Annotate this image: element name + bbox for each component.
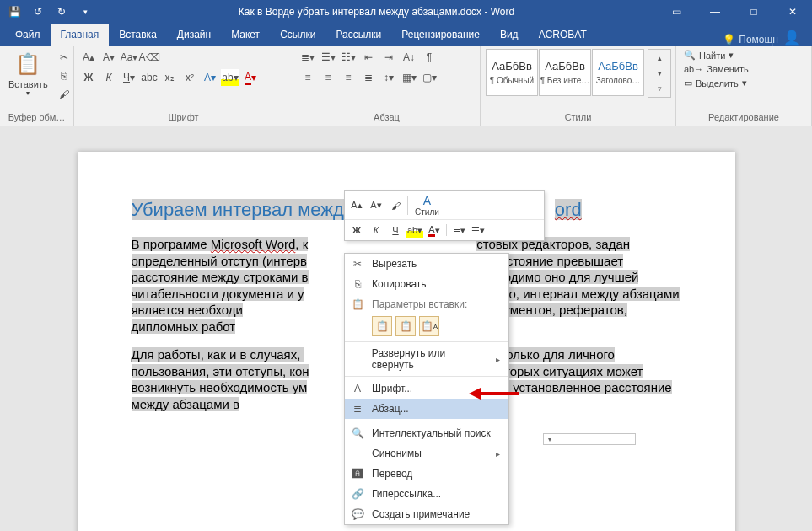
tell-me-search[interactable]: 💡 Помощн	[718, 34, 783, 46]
bold-button[interactable]: Ж	[79, 69, 98, 86]
mini-underline[interactable]: Ч	[387, 223, 404, 238]
ctx-expand-collapse[interactable]: Развернуть или свернуть	[345, 344, 508, 374]
tab-acrobat[interactable]: ACROBAT	[529, 24, 597, 46]
tab-design[interactable]: Дизайн	[167, 24, 221, 46]
undo-button[interactable]: ↺	[27, 1, 49, 23]
style-normal[interactable]: АаБбВв¶ Обычный	[486, 49, 538, 96]
italic-button[interactable]: К	[99, 69, 118, 86]
minimize-button[interactable]: —	[696, 0, 734, 24]
sort-button[interactable]: A↓	[400, 49, 418, 66]
ctx-cut[interactable]: ✂Вырезать	[345, 254, 508, 274]
tab-review[interactable]: Рецензирование	[391, 24, 490, 46]
strikethrough-button[interactable]: abc	[140, 69, 159, 86]
format-painter-button[interactable]: 🖌	[55, 86, 73, 103]
annotation-arrow	[469, 388, 519, 400]
quick-access-toolbar: 💾 ↺ ↻ ▾	[0, 1, 96, 23]
ctx-smart-lookup[interactable]: 🔍Интеллектуальный поиск	[345, 423, 508, 443]
group-clipboard: 📋 Вставить ▾ ✂ ⎘ 🖌 Буфер обм…	[0, 46, 74, 126]
tell-me-label: Помощн	[739, 34, 778, 46]
window-buttons: ▭ — □ ✕	[657, 0, 812, 24]
shrink-font-button[interactable]: A▾	[99, 49, 118, 66]
mini-bullets[interactable]: ≣▾	[450, 223, 467, 238]
mini-shrink-font[interactable]: A▾	[368, 198, 384, 213]
tab-file[interactable]: Файл	[5, 24, 51, 46]
paste-merge[interactable]: 📋	[395, 316, 416, 336]
ribbon: 📋 Вставить ▾ ✂ ⎘ 🖌 Буфер обм… A▴ A▾ Aa▾ …	[0, 46, 812, 126]
ctx-paragraph[interactable]: ≣Абзац...	[345, 399, 508, 419]
numbering-button[interactable]: ☰▾	[319, 49, 337, 66]
align-center-button[interactable]: ≡	[319, 69, 337, 86]
multilevel-button[interactable]: ☷▾	[339, 49, 358, 66]
redo-button[interactable]: ↻	[51, 1, 73, 23]
font-icon: A	[350, 382, 365, 395]
share-button[interactable]: 👤	[783, 30, 800, 46]
subscript-button[interactable]: x₂	[160, 69, 179, 86]
mini-font-color[interactable]: A▾	[426, 223, 443, 238]
tab-mailings[interactable]: Рассылки	[325, 24, 391, 46]
ctx-copy[interactable]: ⎘Копировать	[345, 274, 508, 294]
ctx-hyperlink[interactable]: 🔗Гиперссылка...	[345, 484, 508, 504]
maximize-button[interactable]: □	[734, 0, 773, 24]
mini-format-painter[interactable]: 🖌	[387, 198, 404, 213]
change-case-button[interactable]: Aa▾	[120, 49, 138, 66]
style-no-spacing[interactable]: АаБбВв¶ Без инте…	[539, 49, 591, 96]
shading-button[interactable]: ▦▾	[400, 69, 418, 86]
paste-icon: 📋	[350, 298, 365, 311]
styles-scroll-down[interactable]: ▾	[650, 67, 669, 80]
select-button[interactable]: ▭ Выделить ▾	[681, 77, 751, 89]
text-effects-button[interactable]: A▾	[201, 69, 219, 86]
tab-view[interactable]: Вид	[490, 24, 529, 46]
tab-references[interactable]: Ссылки	[270, 24, 325, 46]
styles-scroll-up[interactable]: ▴	[650, 51, 669, 65]
show-marks-button[interactable]: ¶	[420, 49, 438, 66]
find-button[interactable]: 🔍 Найти ▾	[681, 49, 751, 62]
replace-button[interactable]: ab→ Заменить	[681, 63, 751, 75]
mini-grow-font[interactable]: A▴	[348, 198, 365, 213]
paste-text-only[interactable]: 📋A	[419, 316, 439, 336]
copy-button[interactable]: ⎘	[55, 67, 73, 84]
align-right-button[interactable]: ≡	[339, 69, 358, 86]
line-spacing-button[interactable]: ↕▾	[379, 69, 398, 86]
ctx-translate[interactable]: 🅰Перевод	[345, 464, 508, 484]
mini-bold[interactable]: Ж	[348, 223, 365, 238]
paste-icon: 📋	[14, 51, 41, 78]
superscript-button[interactable]: x²	[180, 69, 199, 86]
style-heading1[interactable]: АаБбВвЗаголово…	[592, 49, 644, 96]
ctx-synonyms[interactable]: Синонимы	[345, 443, 508, 464]
close-button[interactable]: ✕	[773, 0, 812, 24]
cut-button[interactable]: ✂	[55, 49, 73, 66]
bullets-button[interactable]: ≣▾	[298, 49, 317, 66]
increase-indent-button[interactable]: ⇥	[379, 49, 398, 66]
clear-format-button[interactable]: A⌫	[140, 49, 159, 66]
group-styles-label: Стили	[486, 112, 670, 124]
ctx-paste-options-label: 📋Параметры вставки:	[345, 294, 508, 314]
paste-keep-source[interactable]: 📋	[372, 316, 392, 336]
underline-button[interactable]: Ч▾	[120, 69, 138, 86]
highlight-button[interactable]: ab▾	[221, 69, 239, 86]
align-left-button[interactable]: ≡	[298, 69, 317, 86]
ctx-comment[interactable]: 💬Создать примечание	[345, 504, 508, 524]
save-button[interactable]: 💾	[3, 1, 25, 23]
tab-home[interactable]: Главная	[51, 24, 110, 46]
mini-highlight[interactable]: ab▾	[406, 223, 423, 238]
borders-button[interactable]: ▢▾	[420, 69, 438, 86]
justify-button[interactable]: ≣	[359, 69, 378, 86]
mini-italic[interactable]: К	[368, 223, 384, 238]
qat-customize[interactable]: ▾	[74, 1, 96, 23]
group-editing-label: Редактирование	[681, 112, 806, 124]
paste-button[interactable]: 📋 Вставить ▾	[5, 49, 51, 99]
title-bar: 💾 ↺ ↻ ▾ Как в Ворде убрать интервал межд…	[0, 0, 812, 24]
mini-numbering[interactable]: ☰▾	[470, 223, 487, 238]
ribbon-options-button[interactable]: ▭	[657, 0, 696, 24]
tab-layout[interactable]: Макет	[221, 24, 270, 46]
copy-icon: ⎘	[350, 277, 365, 291]
group-paragraph: ≣▾ ☰▾ ☷▾ ⇤ ⇥ A↓ ¶ ≡ ≡ ≡ ≣ ↕▾ ▦▾ ▢▾ Абзац	[293, 46, 481, 126]
decrease-indent-button[interactable]: ⇤	[359, 49, 378, 66]
grow-font-button[interactable]: A▴	[79, 49, 98, 66]
mini-styles-button[interactable]: A Стили	[411, 194, 443, 217]
ribbon-tabs: Файл Главная Вставка Дизайн Макет Ссылки…	[0, 24, 812, 46]
font-size-combo[interactable]	[543, 433, 573, 445]
font-color-button[interactable]: A▾	[241, 69, 260, 86]
styles-expand[interactable]: ▿	[650, 82, 669, 95]
tab-insert[interactable]: Вставка	[109, 24, 167, 46]
